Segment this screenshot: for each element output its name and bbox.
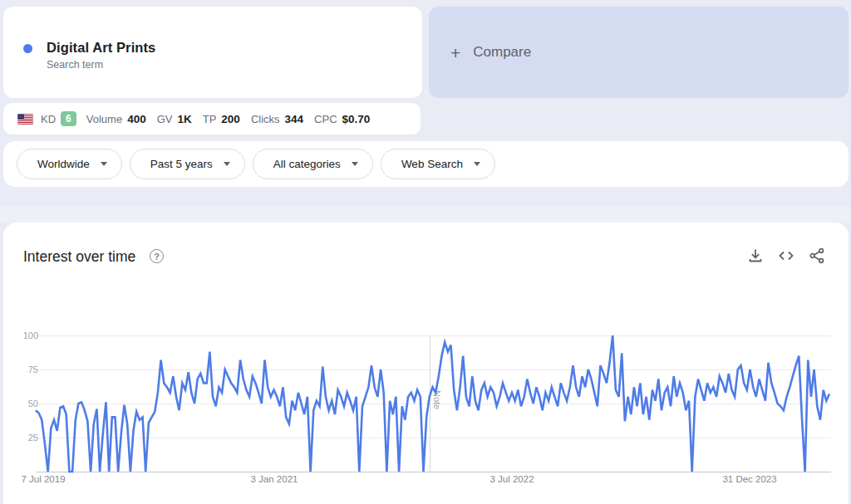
- chart-title: Interest over time: [23, 248, 135, 266]
- x-tick-1: 3 Jan 2021: [251, 474, 298, 484]
- filter-bar: Worldwide Past 5 years All categories We…: [3, 141, 849, 187]
- x-axis-line: [36, 472, 831, 472]
- x-tick-0: 7 Jul 2019: [21, 474, 65, 484]
- stat-tp: TP 200: [203, 113, 240, 125]
- series-color-dot: [23, 44, 32, 53]
- share-icon[interactable]: [808, 247, 826, 265]
- us-flag-icon: [17, 114, 33, 125]
- stat-clicks: Clicks 344: [251, 113, 303, 125]
- caret-down-icon: [352, 162, 358, 166]
- filter-region-dropdown[interactable]: Worldwide: [17, 149, 122, 179]
- y-tick-25: 25: [10, 433, 38, 443]
- y-tick-50: 50: [10, 399, 38, 409]
- stat-value: 344: [285, 113, 304, 125]
- kd-label: KD: [41, 113, 56, 125]
- caret-down-icon: [474, 162, 480, 166]
- filter-label: All categories: [273, 158, 341, 170]
- x-tick-3: 31 Dec 2023: [722, 474, 776, 484]
- caret-down-icon: [224, 162, 230, 166]
- search-term-subtitle: Search term: [47, 59, 103, 71]
- section-divider-strip: [0, 206, 851, 223]
- download-icon[interactable]: [746, 247, 765, 265]
- compare-button[interactable]: + Compare: [429, 7, 849, 98]
- compare-label: Compare: [473, 44, 531, 61]
- filter-label: Past 5 years: [150, 158, 213, 170]
- stat-value: $0.70: [342, 113, 371, 125]
- stat-label: Clicks: [251, 113, 280, 125]
- stat-volume: Volume 400: [86, 113, 146, 125]
- filter-label: Web Search: [401, 158, 463, 170]
- search-term-card[interactable]: Digital Art Prints Search term: [3, 7, 422, 98]
- y-tick-75: 75: [10, 365, 38, 374]
- stat-value: 1K: [177, 113, 191, 125]
- stat-gv: GV 1K: [157, 113, 192, 125]
- caret-down-icon: [101, 162, 107, 166]
- chart-toolbar: [746, 247, 826, 265]
- x-tick-2: 3 Jul 2022: [489, 474, 534, 484]
- google-trends-page: { "term_card": { "title": "Digital Art P…: [0, 0, 851, 504]
- help-icon[interactable]: ?: [150, 249, 164, 263]
- filter-label: Worldwide: [37, 158, 90, 170]
- gridline-100: [36, 335, 831, 336]
- filter-searchtype-dropdown[interactable]: Web Search: [381, 149, 495, 179]
- search-term-title: Digital Art Prints: [47, 40, 155, 56]
- kd-value-badge: 6: [61, 111, 76, 126]
- embed-icon[interactable]: [777, 247, 795, 265]
- stat-value: 200: [221, 113, 240, 125]
- stat-label: Volume: [86, 113, 122, 125]
- note-annotation-label[interactable]: Note: [432, 390, 442, 409]
- gridline-25: [36, 438, 831, 438]
- plus-icon: +: [450, 44, 460, 61]
- stat-label: CPC: [314, 113, 337, 125]
- stat-cpc: CPC $0.70: [314, 113, 370, 125]
- keyword-stats-bar: KD 6 Volume 400 GV 1K TP 200 Clicks 344 …: [3, 103, 421, 135]
- gridline-75: [36, 369, 831, 370]
- stat-value: 400: [127, 113, 146, 125]
- note-annotation-line[interactable]: [430, 335, 430, 472]
- stat-label: GV: [157, 113, 173, 125]
- stat-label: TP: [203, 113, 217, 125]
- y-tick-100: 100: [10, 330, 38, 340]
- filter-category-dropdown[interactable]: All categories: [253, 149, 373, 179]
- filter-time-dropdown[interactable]: Past 5 years: [130, 149, 245, 179]
